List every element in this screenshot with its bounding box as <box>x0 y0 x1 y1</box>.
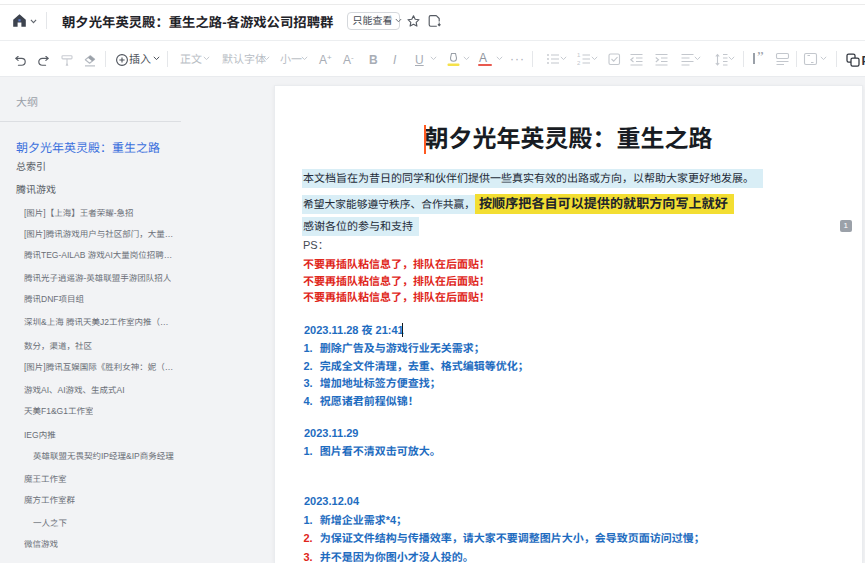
svg-text:2: 2 <box>577 60 581 66</box>
svg-text:1: 1 <box>577 52 581 58</box>
